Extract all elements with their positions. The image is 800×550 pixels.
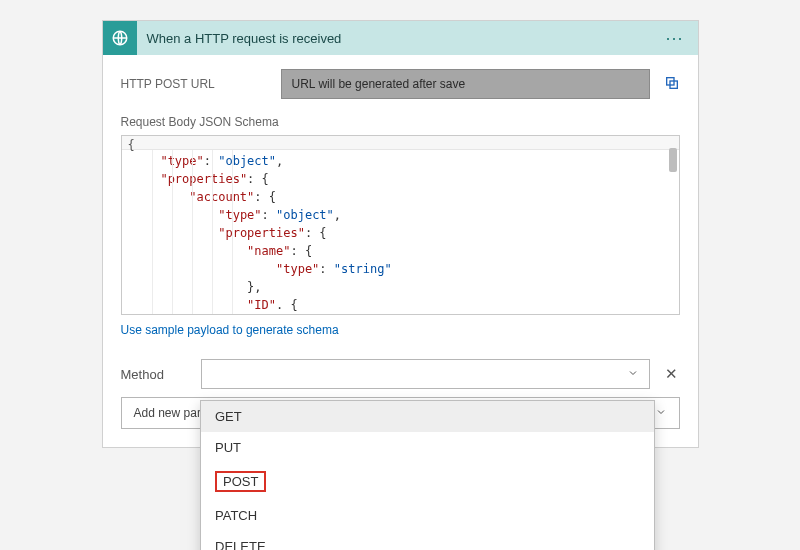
method-option-patch[interactable]: PATCH	[201, 500, 654, 531]
card-header: When a HTTP request is received ···	[103, 21, 698, 55]
card-body: HTTP POST URL URL will be generated afte…	[103, 55, 698, 447]
card-title: When a HTTP request is received	[137, 31, 662, 46]
clear-method-button[interactable]: ✕	[664, 365, 680, 383]
method-dropdown-menu: GET PUT POST PATCH DELETE Enter custom v…	[200, 400, 655, 550]
method-row: Method ✕	[121, 359, 680, 389]
method-option-put[interactable]: PUT	[201, 432, 654, 463]
schema-first-line: {	[122, 136, 679, 150]
schema-content: "type": "object", "properties": { "accou…	[132, 152, 679, 314]
schema-label: Request Body JSON Schema	[121, 115, 680, 129]
method-option-get[interactable]: GET	[201, 401, 654, 432]
schema-editor[interactable]: { "type": "object", "properties": { "acc…	[121, 135, 680, 315]
http-trigger-icon	[103, 21, 137, 55]
card-menu-button[interactable]: ···	[661, 28, 687, 49]
method-dropdown[interactable]	[201, 359, 650, 389]
post-url-row: HTTP POST URL URL will be generated afte…	[121, 69, 680, 99]
method-label: Method	[121, 367, 201, 382]
copy-url-button[interactable]	[664, 75, 680, 94]
method-option-post[interactable]: POST	[201, 463, 654, 500]
trigger-card: When a HTTP request is received ··· HTTP…	[102, 20, 699, 448]
post-url-value: URL will be generated after save	[292, 77, 466, 91]
post-url-label: HTTP POST URL	[121, 77, 281, 91]
method-option-delete[interactable]: DELETE	[201, 531, 654, 550]
post-url-field: URL will be generated after save	[281, 69, 650, 99]
sample-payload-link[interactable]: Use sample payload to generate schema	[121, 323, 339, 337]
schema-scrollbar[interactable]	[669, 148, 677, 172]
chevron-down-icon	[655, 406, 667, 421]
chevron-down-icon	[627, 367, 639, 382]
